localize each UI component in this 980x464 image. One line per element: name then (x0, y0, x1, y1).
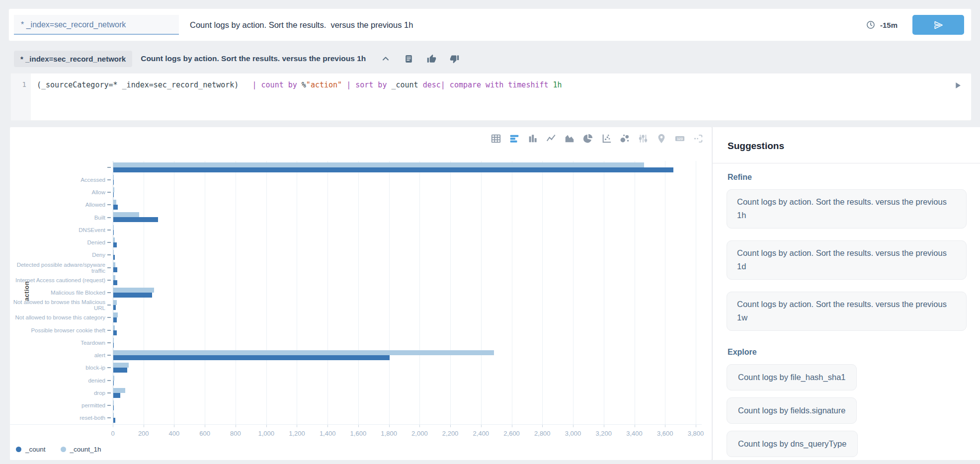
x-axis-tick (358, 425, 359, 427)
bar-_count_1h (113, 338, 114, 343)
thumbs-down-icon[interactable] (450, 54, 459, 64)
category-label: denied (10, 378, 105, 384)
gridline (481, 161, 482, 424)
x-axis-tick (696, 425, 696, 427)
refine-suggestion-card[interactable]: Count logs by action. Sort the results. … (727, 292, 967, 331)
code-token: _count (391, 80, 418, 89)
chevron-up-icon[interactable] (381, 54, 391, 64)
bar-chart-icon[interactable] (509, 133, 520, 144)
x-axis-label: 2,600 (503, 430, 520, 437)
bar-_count_1h (113, 312, 118, 317)
code-token: "action" (306, 80, 342, 89)
column-chart-icon[interactable] (527, 133, 538, 144)
x-axis-tick (266, 425, 267, 427)
time-range-button[interactable]: -15m (866, 20, 898, 30)
category-tick (107, 292, 111, 293)
query-code-line[interactable]: (_sourceCategory=* _index=sec_record_net… (37, 80, 941, 89)
query-editor[interactable]: 1 (_sourceCategory=* _index=sec_record_n… (11, 74, 971, 120)
bar-_count (113, 293, 152, 298)
refine-suggestion-card[interactable]: Count logs by action. Sort the results. … (727, 240, 967, 280)
scatter-chart-icon[interactable] (601, 133, 612, 144)
line-chart-icon[interactable] (546, 133, 557, 144)
x-axis-label: 1,600 (350, 430, 367, 437)
category-tick (107, 192, 111, 193)
bar-_count_1h (113, 288, 154, 293)
gridline (266, 161, 267, 424)
category-tick (107, 405, 111, 406)
code-token: | count by (252, 80, 301, 89)
bubble-chart-icon[interactable] (619, 133, 630, 144)
map-pin-icon[interactable] (656, 133, 667, 144)
prompt-scope-chip[interactable]: * _index=sec_record_network (14, 51, 132, 67)
bar-_count (113, 280, 117, 285)
category-tick (107, 254, 111, 255)
scope-filter-input[interactable]: * _index=sec_record_network (14, 15, 179, 35)
area-chart-icon[interactable] (564, 133, 575, 144)
x-axis-tick (512, 425, 512, 427)
bar-_count (113, 167, 673, 172)
explore-suggestion-card[interactable]: Count logs by fields.signature (727, 397, 857, 424)
category-label: Malicious file Blocked (10, 290, 105, 296)
category-tick (107, 179, 111, 180)
legend-dot (61, 447, 66, 452)
legend-item[interactable]: _count_1h (61, 446, 101, 453)
category-label: Not allowed to browse this category (10, 314, 105, 320)
gridline (665, 161, 665, 424)
bar-_count_1h (113, 325, 115, 330)
bar-_count (113, 393, 120, 398)
explore-suggestion-card[interactable]: Count logs by file_hash_sha1 (727, 364, 857, 390)
x-axis-tick (174, 425, 174, 427)
send-button[interactable] (912, 15, 964, 35)
category-tick (107, 355, 111, 356)
refine-suggestion-card[interactable]: Count logs by action. Sort the results. … (727, 189, 967, 229)
single-value-icon[interactable]: 123 (674, 133, 685, 144)
code-token: (_sourceCategory=* _index=sec_record_net… (37, 80, 252, 89)
thumbs-up-icon[interactable] (427, 54, 436, 64)
gridline (205, 161, 205, 424)
x-axis-label: 3,400 (626, 430, 643, 437)
gridline (512, 161, 512, 424)
gridline (450, 161, 451, 424)
run-icon[interactable] (952, 80, 963, 93)
bar-_count (113, 330, 117, 335)
query-input[interactable]: Count logs by action. Sort the results. … (190, 20, 866, 30)
bar-_count (113, 205, 118, 210)
x-axis-label: 0 (111, 430, 114, 437)
legend-item[interactable]: _count (16, 446, 46, 453)
gridline (358, 161, 359, 424)
table-icon[interactable] (490, 133, 501, 144)
bar-_count_1h (113, 400, 114, 405)
bar-chart: AccessedAllowAllowedBuiltDNSEventDeniedD… (10, 161, 702, 425)
settings-sliders-icon[interactable] (638, 133, 649, 144)
x-axis-label: 1,400 (320, 430, 336, 437)
bar-_count (113, 418, 115, 423)
bar-_count (113, 192, 114, 197)
bar-_count_1h (113, 275, 115, 280)
category-label: Possible browser cookie theft (10, 327, 105, 333)
bar-_count (113, 180, 114, 185)
x-axis-label: 1,800 (381, 430, 397, 437)
gridline (389, 161, 390, 424)
line-number-gutter: 1 (11, 74, 31, 120)
x-axis-label: 200 (138, 430, 149, 437)
bar-_count (113, 355, 390, 360)
x-axis-label: 600 (199, 430, 210, 437)
transaction-flow-icon[interactable] (693, 133, 704, 144)
chart-legend: _count_count_1h (10, 446, 702, 453)
x-axis-label: 2,400 (473, 430, 490, 437)
explore-suggestion-card[interactable]: Count logs by dns_queryType (727, 431, 858, 457)
bar-_count_1h (113, 250, 114, 255)
clock-icon (866, 20, 876, 30)
category-tick (107, 267, 111, 268)
chart-type-toolbar: 123 (490, 133, 704, 144)
x-axis-label: 3,800 (688, 430, 704, 437)
gridline (419, 161, 420, 424)
x-axis-tick (450, 425, 451, 427)
summary-icon[interactable] (404, 54, 413, 64)
x-axis-label: 2,000 (411, 430, 428, 437)
pie-chart-icon[interactable] (582, 133, 593, 144)
category-label: alert (10, 352, 105, 358)
category-tick (107, 380, 111, 381)
gridline (327, 161, 328, 424)
code-token: 1h (553, 80, 562, 89)
